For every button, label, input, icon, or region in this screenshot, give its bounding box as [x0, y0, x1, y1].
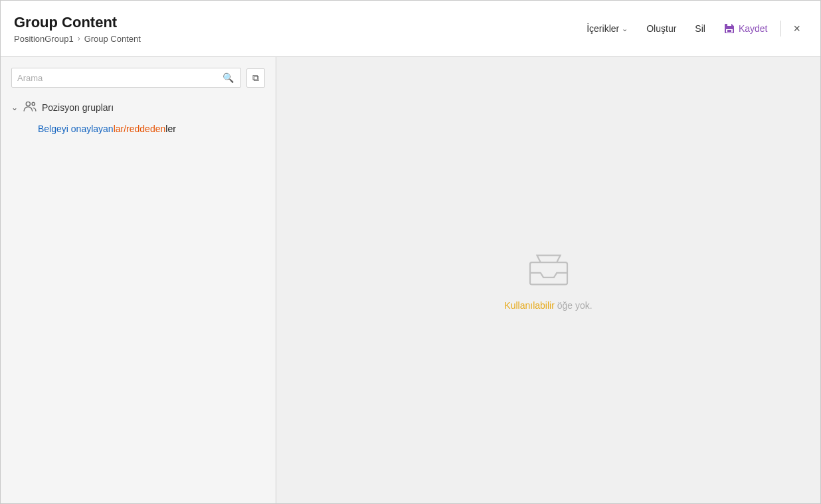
breadcrumb-separator: ›: [78, 34, 80, 43]
right-panel: Kullanılabilir öğe yok.: [276, 57, 820, 503]
contents-button[interactable]: İçerikler ⌄: [579, 19, 636, 38]
create-label: Oluştur: [646, 23, 676, 34]
save-button[interactable]: Kaydet: [716, 19, 776, 38]
search-button[interactable]: 🔍: [221, 71, 235, 84]
dialog-title: Group Content: [14, 14, 141, 31]
position-group-icon: [23, 101, 37, 114]
tree-expand-icon[interactable]: ⌄: [11, 103, 18, 112]
empty-rest-text: öğe yok.: [555, 300, 593, 311]
header-left: Group Content PositionGroup1 › Group Con…: [14, 14, 141, 44]
delete-button[interactable]: Sil: [687, 19, 713, 38]
search-icon: 🔍: [223, 72, 234, 83]
breadcrumb: PositionGroup1 › Group Content: [14, 34, 141, 44]
item-text-orange: lar/reddeden: [114, 124, 166, 134]
tree-group-label: Pozisyon grupları: [42, 102, 114, 113]
close-button[interactable]: ×: [786, 18, 807, 40]
collapse-icon: ⧉: [252, 72, 259, 84]
svg-point-1: [32, 102, 35, 105]
header-actions: İçerikler ⌄ Oluştur Sil Kaydet ×: [579, 18, 807, 40]
tree-items: Belgeyi onaylayanlar/reddedenler: [11, 121, 265, 137]
search-row: 🔍 ⧉: [11, 68, 265, 88]
tree-section: ⌄ Pozisyon grupları: [11, 101, 265, 493]
empty-available-text: Kullanılabilir: [504, 300, 554, 311]
item-text-dark: ler: [165, 124, 176, 134]
search-box[interactable]: 🔍: [11, 68, 241, 88]
tree-group-header: ⌄ Pozisyon grupları: [11, 101, 265, 114]
empty-message: Kullanılabilir öğe yok.: [504, 300, 592, 311]
header-divider: [780, 21, 781, 37]
create-button[interactable]: Oluştur: [638, 19, 684, 38]
close-icon: ×: [793, 22, 800, 35]
list-item[interactable]: Belgeyi onaylayanlar/reddedenler: [38, 121, 265, 137]
breadcrumb-parent[interactable]: PositionGroup1: [14, 34, 74, 44]
tree-item-link[interactable]: Belgeyi onaylayanlar/reddedenler: [38, 124, 176, 134]
dialog-wrapper: Group Content PositionGroup1 › Group Con…: [0, 0, 821, 504]
item-text-blue: Belgeyi onaylayan: [38, 124, 114, 134]
collapse-button[interactable]: ⧉: [246, 68, 265, 88]
search-input[interactable]: [17, 73, 221, 83]
content-area: 🔍 ⧉ ⌄: [1, 57, 820, 503]
floppy-disk-icon: [724, 23, 735, 34]
empty-inbox-icon: [525, 250, 572, 290]
svg-point-0: [26, 102, 30, 106]
delete-label: Sil: [695, 23, 705, 34]
contents-label: İçerikler: [587, 23, 619, 34]
save-label: Kaydet: [739, 23, 768, 34]
dialog-header: Group Content PositionGroup1 › Group Con…: [1, 1, 820, 57]
breadcrumb-current: Group Content: [84, 34, 141, 44]
left-panel: 🔍 ⧉ ⌄: [1, 57, 276, 503]
group-people-icon: [23, 101, 37, 112]
chevron-down-icon: ⌄: [622, 25, 628, 33]
